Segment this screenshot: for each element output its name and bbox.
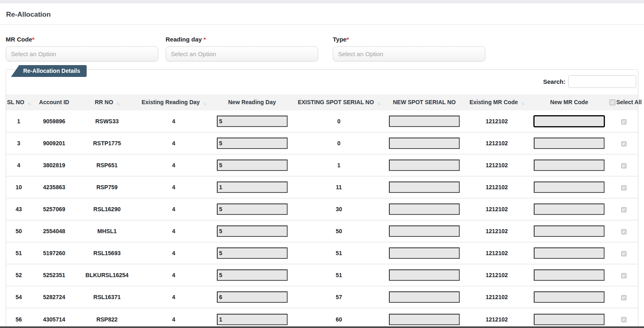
new-spot-serial-input[interactable] [389, 138, 460, 149]
sl-no-cell: 50 [6, 220, 31, 242]
table-row: 1 9059896 RSWS33 4 0 1212102 ✓ [6, 110, 638, 132]
new-reading-day-input[interactable] [217, 203, 288, 215]
new-spot-serial-input[interactable] [389, 203, 460, 215]
column-header[interactable]: Existing MR Code↑↓ [465, 94, 529, 110]
column-header[interactable]: SL NO↑↓ [6, 94, 31, 110]
reading-day-placeholder: Select an Option [171, 50, 216, 57]
row-checkbox[interactable]: ✓ [621, 141, 627, 147]
new-reading-day-input[interactable] [217, 247, 288, 259]
new-mr-code-cell [529, 264, 609, 286]
row-checkbox[interactable]: ✓ [621, 207, 627, 212]
new-spot-serial-input[interactable] [389, 247, 460, 259]
rr-no-cell: BLKURSL16254 [77, 264, 137, 286]
new-reading-day-input[interactable] [217, 314, 288, 325]
table-row: 51 5197260 RSL15693 4 51 1212102 ✓ [6, 242, 638, 264]
new-mr-code-input[interactable] [534, 269, 605, 281]
reading-day-label: Reading day * [166, 36, 318, 43]
new-mr-code-input[interactable] [534, 138, 605, 149]
required-asterisk: * [347, 36, 349, 43]
new-mr-code-input[interactable] [534, 291, 605, 303]
rr-no-cell: RSTP1775 [77, 132, 137, 154]
new-reading-day-input[interactable] [217, 291, 288, 303]
row-select-cell: ✓ [609, 264, 638, 286]
sl-no-cell: 56 [6, 308, 31, 328]
new-spot-serial-cell [384, 132, 465, 154]
existing-reading-day-cell: 4 [137, 110, 210, 132]
table-row: 43 5257069 RSL16290 4 30 1212102 ✓ [6, 198, 638, 220]
type-select[interactable]: Select an Option [333, 46, 485, 61]
sl-no-cell: 1 [6, 110, 31, 132]
new-spot-serial-input[interactable] [389, 116, 460, 127]
column-header[interactable]: Existing Reading Day↑↓ [137, 94, 210, 110]
rr-no-cell: RSP759 [77, 176, 137, 198]
new-spot-serial-cell [384, 242, 465, 264]
new-mr-code-input[interactable] [534, 225, 605, 237]
new-mr-code-cell [529, 132, 609, 154]
sort-icon: ↑↓ [377, 101, 380, 106]
new-spot-serial-cell [384, 264, 465, 286]
rr-no-cell: RSP651 [77, 154, 137, 176]
new-reading-day-cell [210, 176, 294, 198]
column-header[interactable]: EXISTING SPOT SERIAL NO↑↓ [294, 94, 384, 110]
account-id-cell: 5282724 [31, 286, 77, 308]
column-header-select-all[interactable]: ✓Select All [609, 94, 638, 110]
new-mr-code-input[interactable] [534, 247, 605, 259]
new-spot-serial-input[interactable] [389, 269, 460, 281]
mr-code-select[interactable]: Select an Option [6, 46, 158, 61]
existing-spot-serial-cell: 0 [294, 110, 384, 132]
new-mr-code-input[interactable] [534, 203, 605, 215]
row-select-cell: ✓ [609, 176, 638, 198]
new-spot-serial-input[interactable] [389, 314, 460, 325]
rr-no-cell: MHSL1 [77, 220, 137, 242]
new-reading-day-input[interactable] [217, 160, 288, 171]
account-id-cell: 9009201 [31, 132, 77, 154]
existing-mr-code-cell: 1212102 [465, 154, 529, 176]
new-mr-code-input[interactable] [534, 160, 605, 171]
row-checkbox[interactable]: ✓ [621, 251, 627, 256]
new-spot-serial-cell [384, 110, 465, 132]
existing-reading-day-cell: 4 [137, 264, 210, 286]
sort-icon: ↑↓ [203, 101, 206, 106]
existing-mr-code-cell: 1212102 [465, 242, 529, 264]
existing-reading-day-cell: 4 [137, 308, 210, 328]
bottom-edge-bar [0, 326, 644, 328]
row-checkbox[interactable]: ✓ [621, 185, 627, 190]
new-spot-serial-input[interactable] [389, 160, 460, 171]
table-row: 54 5282724 RSL16371 4 57 1212102 ✓ [6, 286, 638, 308]
existing-spot-serial-cell: 51 [294, 264, 384, 286]
row-checkbox[interactable]: ✓ [621, 229, 627, 234]
sl-no-cell: 3 [6, 132, 31, 154]
sl-no-cell: 54 [6, 286, 31, 308]
new-reading-day-input[interactable] [217, 138, 288, 149]
new-mr-code-input[interactable] [534, 314, 605, 325]
reallocation-details-tab[interactable]: Re-Allocation Details [11, 65, 87, 77]
sl-no-cell: 51 [6, 242, 31, 264]
row-checkbox[interactable]: ✓ [621, 273, 627, 278]
new-mr-code-input[interactable] [533, 115, 605, 127]
top-strip [0, 0, 644, 3]
row-checkbox[interactable]: ✓ [621, 163, 627, 168]
new-reading-day-input[interactable] [217, 116, 288, 127]
search-input[interactable] [568, 75, 636, 88]
new-reading-day-input[interactable] [217, 269, 288, 281]
new-mr-code-input[interactable] [534, 181, 605, 193]
row-checkbox[interactable]: ✓ [621, 295, 627, 300]
new-reading-day-cell [210, 154, 294, 176]
new-spot-serial-input[interactable] [389, 181, 460, 193]
existing-reading-day-cell: 4 [137, 198, 210, 220]
new-spot-serial-input[interactable] [389, 291, 460, 303]
new-spot-serial-input[interactable] [389, 225, 460, 237]
row-checkbox[interactable]: ✓ [621, 119, 627, 125]
new-reading-day-input[interactable] [217, 225, 288, 237]
mr-code-field: MR Code* Select an Option [6, 36, 158, 61]
row-checkbox[interactable]: ✓ [621, 317, 627, 322]
account-id-cell: 4235863 [31, 176, 77, 198]
reading-day-select[interactable]: Select an Option [166, 46, 318, 61]
new-reading-day-cell [210, 132, 294, 154]
select-all-checkbox[interactable]: ✓ [609, 99, 616, 105]
row-select-cell: ✓ [609, 110, 638, 132]
search-row: Search: [6, 70, 638, 88]
column-header[interactable]: RR NO↑↓ [77, 94, 137, 110]
mr-code-label: MR Code* [6, 36, 158, 43]
new-reading-day-input[interactable] [217, 181, 288, 193]
